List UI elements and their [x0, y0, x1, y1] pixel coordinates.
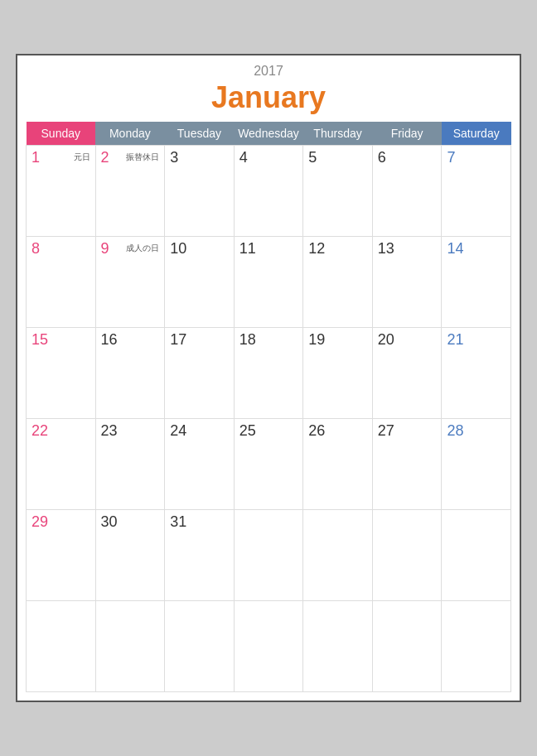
calendar-cell: 12	[303, 237, 373, 328]
calendar-cell: 21	[442, 328, 511, 419]
calendar-cell: 11	[234, 237, 303, 328]
calendar-cell: 19	[303, 328, 373, 419]
calendar-cell: 23	[95, 419, 165, 510]
day-number: 29	[31, 513, 90, 531]
calendar-cell: 5	[303, 146, 373, 237]
day-number: 22	[31, 422, 90, 440]
dow-header-friday: Friday	[372, 122, 442, 146]
calendar-cell	[165, 601, 235, 692]
dow-header-thursday: Thursday	[303, 122, 373, 146]
calendar-cell: 1元日	[27, 146, 96, 237]
day-number: 31	[170, 513, 229, 531]
calendar-cell	[442, 510, 511, 601]
day-number: 24	[170, 422, 229, 440]
calendar-cell: 31	[165, 510, 235, 601]
day-number: 6	[378, 149, 437, 166]
day-number: 26	[308, 422, 367, 440]
day-number: 4	[239, 149, 298, 166]
calendar-cell: 27	[372, 419, 442, 510]
day-number: 27	[378, 422, 437, 440]
calendar-cell: 29	[27, 510, 96, 601]
calendar-cell: 17	[165, 328, 235, 419]
day-number: 5	[308, 149, 367, 166]
calendar-cell: 10	[165, 237, 235, 328]
calendar-cell: 18	[234, 328, 303, 419]
calendar-cell: 28	[442, 419, 511, 510]
calendar-cell: 30	[95, 510, 165, 601]
calendar-cell: 22	[27, 419, 96, 510]
calendar-cell: 15	[27, 328, 96, 419]
day-number: 15	[31, 331, 90, 349]
day-number: 10	[170, 240, 229, 258]
calendar-cell: 2振替休日	[95, 146, 165, 237]
calendar-cell	[303, 510, 373, 601]
dow-header-sunday: Sunday	[27, 122, 96, 146]
day-number: 18	[239, 331, 298, 349]
day-number: 28	[447, 422, 506, 440]
day-number: 14	[447, 240, 506, 258]
holiday-label: 元日	[31, 152, 90, 163]
calendar-cell: 7	[442, 146, 511, 237]
calendar-cell: 24	[165, 419, 235, 510]
day-number: 12	[308, 240, 367, 258]
day-number: 3	[170, 149, 229, 166]
calendar-month: January	[26, 80, 511, 115]
day-number: 25	[239, 422, 298, 440]
calendar-cell: 4	[234, 146, 303, 237]
calendar-cell	[442, 601, 511, 692]
day-number: 30	[101, 513, 160, 531]
day-number: 11	[239, 240, 298, 258]
day-number: 20	[378, 331, 437, 349]
calendar-cell: 26	[303, 419, 373, 510]
calendar-cell	[234, 510, 303, 601]
dow-header-wednesday: Wednesday	[234, 122, 303, 146]
day-number: 21	[447, 331, 506, 349]
calendar-cell: 16	[95, 328, 165, 419]
day-number: 13	[378, 240, 437, 258]
calendar-cell: 6	[372, 146, 442, 237]
calendar-cell: 9成人の日	[95, 237, 165, 328]
day-number: 23	[101, 422, 160, 440]
dow-header-tuesday: Tuesday	[165, 122, 235, 146]
day-number: 8	[31, 240, 90, 258]
calendar-cell	[95, 601, 165, 692]
holiday-label: 振替休日	[101, 152, 160, 163]
calendar-cell: 13	[372, 237, 442, 328]
day-number: 7	[447, 149, 506, 166]
calendar-cell: 8	[27, 237, 96, 328]
calendar-cell	[303, 601, 373, 692]
calendar-cell: 20	[372, 328, 442, 419]
calendar-cell	[372, 510, 442, 601]
calendar-cell	[234, 601, 303, 692]
calendar-year: 2017	[26, 64, 511, 79]
calendar-cell: 3	[165, 146, 235, 237]
day-number: 19	[308, 331, 367, 349]
calendar-cell	[27, 601, 96, 692]
holiday-label: 成人の日	[101, 243, 160, 254]
calendar-cell: 14	[442, 237, 511, 328]
calendar-table: SundayMondayTuesdayWednesdayThursdayFrid…	[26, 122, 511, 692]
day-number: 17	[170, 331, 229, 349]
calendar-container: 2017 January SundayMondayTuesdayWednesda…	[16, 54, 521, 702]
calendar-cell	[372, 601, 442, 692]
day-number: 16	[101, 331, 160, 349]
dow-header-saturday: Saturday	[442, 122, 511, 146]
calendar-cell: 25	[234, 419, 303, 510]
dow-header-monday: Monday	[95, 122, 165, 146]
